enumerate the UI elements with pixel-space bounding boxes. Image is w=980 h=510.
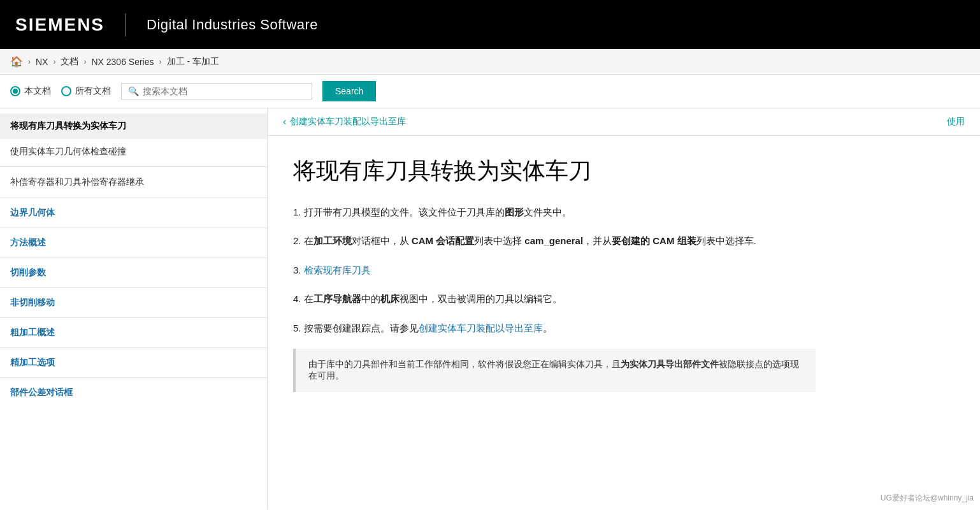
step-2-code: cam_general <box>524 235 583 246</box>
step-5-link[interactable]: 创建实体车刀装配以导出至库 <box>419 323 543 333</box>
search-bar: 本文档 所有文档 🔍 Search <box>0 75 980 108</box>
breadcrumb-sep-4: › <box>159 57 162 66</box>
breadcrumb: 🏠 › NX › 文档 › NX 2306 Series › 加工 - 车加工 <box>0 49 980 75</box>
sidebar-item-finish-options[interactable]: 精加工选项 <box>0 351 267 375</box>
breadcrumb-current: 加工 - 车加工 <box>167 56 219 68</box>
search-radio-group: 本文档 所有文档 <box>10 85 111 97</box>
breadcrumb-home-icon[interactable]: 🏠 <box>10 55 23 68</box>
main-layout: 将现有库刀具转换为实体车刀 使用实体车刀几何体检查碰撞 补偿寄存器和刀具补偿寄存… <box>0 108 980 509</box>
sidebar-item-compensation-reg[interactable]: 补偿寄存器和刀具补偿寄存器继承 <box>0 170 267 195</box>
radio-all-docs[interactable]: 所有文档 <box>61 85 111 97</box>
article-step-2: 2. 在加工环境对话框中，从 CAM 会话配置列表中选择 cam_general… <box>293 233 816 249</box>
sidebar: 将现有库刀具转换为实体车刀 使用实体车刀几何体检查碰撞 补偿寄存器和刀具补偿寄存… <box>0 108 268 509</box>
content-nav-prev-label: 创建实体车刀装配以导出至库 <box>290 116 406 127</box>
step-4-bold-1: 工序导航器 <box>313 293 361 304</box>
search-button[interactable]: Search <box>322 81 376 101</box>
breadcrumb-docs[interactable]: 文档 <box>61 56 78 68</box>
breadcrumb-sep-1: › <box>28 57 31 66</box>
step-2-bold-3: 要创建的 CAM 组装 <box>612 235 696 246</box>
article-step-1: 1. 打开带有刀具模型的文件。该文件位于刀具库的图形文件夹中。 <box>293 204 816 221</box>
sidebar-divider-1 <box>0 166 267 167</box>
siemens-logo: SIEMENS <box>15 15 104 35</box>
sidebar-divider-2 <box>0 198 267 198</box>
sidebar-item-part-tolerance[interactable]: 部件公差对话框 <box>0 381 267 405</box>
content-nav-next[interactable]: 使用 <box>947 116 965 127</box>
sidebar-item-convert-tools[interactable]: 将现有库刀具转换为实体车刀 <box>0 113 267 139</box>
search-input-wrap: 🔍 <box>121 83 312 99</box>
sidebar-item-cut-params[interactable]: 切削参数 <box>0 261 267 285</box>
sidebar-divider-7 <box>0 347 267 348</box>
breadcrumb-sep-3: › <box>83 57 86 66</box>
step-1-num: 1. 打开带有刀具模型的文件。该文件位于刀具库的图形文件夹中。 <box>293 207 572 217</box>
article-step-4: 4. 在工序导航器中的机床视图中，双击被调用的刀具以编辑它。 <box>293 291 816 307</box>
sidebar-divider-8 <box>0 377 267 378</box>
radio-label-all-docs: 所有文档 <box>75 85 111 97</box>
article: 将现有库刀具转换为实体车刀 1. 打开带有刀具模型的文件。该文件位于刀具库的图形… <box>268 136 841 412</box>
step-1-bold: 图形 <box>505 207 524 217</box>
step-2-bold-2: CAM 会话配置 <box>412 235 474 246</box>
radio-circle-all-docs <box>61 86 71 96</box>
content-area: ‹ 创建实体车刀装配以导出至库 使用 将现有库刀具转换为实体车刀 1. 打开带有… <box>268 108 980 509</box>
chevron-left-icon: ‹ <box>283 116 286 127</box>
sidebar-item-collision-check[interactable]: 使用实体车刀几何体检查碰撞 <box>0 139 267 164</box>
article-step-5: 5. 按需要创建跟踪点。请参见创建实体车刀装配以导出至库。 <box>293 320 816 337</box>
radio-circle-this-doc <box>10 86 20 96</box>
sidebar-divider-6 <box>0 317 267 318</box>
article-step-3: 3. 检索现有库刀具 <box>293 262 816 279</box>
sidebar-item-method-overview[interactable]: 方法概述 <box>0 231 267 255</box>
header-divider <box>125 13 126 36</box>
sidebar-item-boundary-geometry[interactable]: 边界几何体 <box>0 201 267 225</box>
header: SIEMENS Digital Industries Software <box>0 0 980 49</box>
content-nav-next-label: 使用 <box>947 116 965 126</box>
radio-label-this-doc: 本文档 <box>24 85 51 97</box>
sidebar-divider-5 <box>0 288 267 288</box>
radio-this-doc[interactable]: 本文档 <box>10 85 51 97</box>
step-3-link[interactable]: 检索现有库刀具 <box>304 265 371 275</box>
note-text: 由于库中的刀具部件和当前工作部件相同，软件将假设您正在编辑实体刀具，且为实体刀具… <box>308 359 803 382</box>
breadcrumb-series[interactable]: NX 2306 Series <box>91 57 154 67</box>
article-title: 将现有库刀具转换为实体车刀 <box>293 156 816 186</box>
sidebar-item-rough-overview[interactable]: 粗加工概述 <box>0 321 267 345</box>
step-2-bold-1: 加工环境 <box>313 235 352 246</box>
search-input[interactable] <box>143 86 283 96</box>
header-title: Digital Industries Software <box>147 17 318 33</box>
breadcrumb-nx[interactable]: NX <box>36 57 48 67</box>
sidebar-divider-3 <box>0 228 267 228</box>
search-icon: 🔍 <box>128 86 139 96</box>
content-nav: ‹ 创建实体车刀装配以导出至库 使用 <box>268 108 980 136</box>
sidebar-divider-4 <box>0 258 267 258</box>
note-box: 由于库中的刀具部件和当前工作部件相同，软件将假设您正在编辑实体刀具，且为实体刀具… <box>293 349 816 392</box>
content-nav-prev[interactable]: ‹ 创建实体车刀装配以导出至库 <box>283 116 406 127</box>
note-bold: 为实体刀具导出部件文件 <box>621 359 719 369</box>
sidebar-item-non-cut-moves[interactable]: 非切削移动 <box>0 291 267 315</box>
breadcrumb-sep-2: › <box>53 57 55 66</box>
step-4-bold-2: 机床 <box>380 293 400 304</box>
